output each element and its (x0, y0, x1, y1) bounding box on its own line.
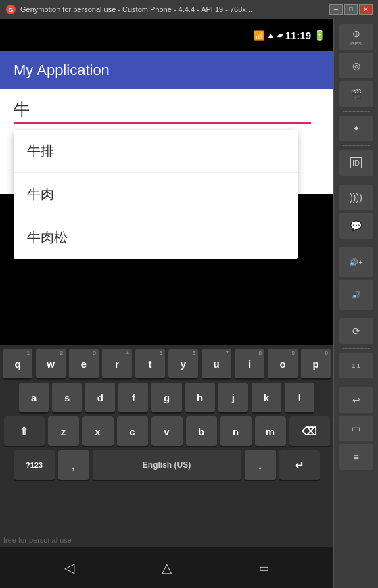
panel-divider-2 (343, 145, 370, 146)
panel-id-button[interactable]: ID (339, 150, 373, 176)
key-space[interactable]: English (US) (93, 450, 241, 480)
key-k[interactable]: k (252, 383, 281, 412)
app-bar: My Application (0, 51, 333, 89)
key-b[interactable]: b (186, 416, 217, 446)
back-nav-icon: ↩ (352, 395, 360, 406)
key-x[interactable]: x (82, 416, 114, 446)
key-period[interactable]: . (245, 450, 276, 480)
key-s[interactable]: s (52, 383, 82, 412)
message-icon: 💬 (350, 220, 362, 231)
battery-icon: ▰ (277, 31, 283, 40)
key-p[interactable]: 0p (301, 349, 331, 378)
battery-full-icon: 🔋 (314, 30, 325, 41)
main-container: 📶 ▲ ▰ 11:19 🔋 My Application 牛 牛排 牛肉 牛肉松 (0, 19, 378, 588)
nav-home-button[interactable]: △ (162, 560, 172, 576)
key-h[interactable]: h (185, 383, 215, 412)
key-r[interactable]: 4r (102, 349, 132, 378)
nav-back-button[interactable]: ◁ (64, 560, 74, 576)
panel-camera-button[interactable]: ◎ (339, 53, 373, 78)
panel-gps-button[interactable]: ⊕ GPS (339, 24, 373, 50)
key-backspace[interactable]: ⌫ (289, 416, 330, 446)
dropdown-item-0[interactable]: 牛排 (14, 130, 298, 173)
search-input-value[interactable]: 牛 (14, 100, 311, 124)
key-g[interactable]: g (151, 383, 181, 412)
autocomplete-dropdown: 牛排 牛肉 牛肉松 (14, 130, 298, 259)
close-button[interactable]: ✕ (359, 4, 373, 15)
panel-menu-button[interactable]: ≡ (339, 444, 373, 470)
right-panel: ⊕ GPS ◎ 🎬 ✦ ID )))) 💬 🔊+ 🔊 (333, 19, 378, 588)
vol-down-icon: 🔊 (352, 291, 361, 299)
key-j[interactable]: j (218, 383, 248, 412)
key-y[interactable]: 6y (168, 349, 198, 378)
key-v[interactable]: v (151, 416, 183, 446)
app-title: My Application (14, 62, 110, 79)
key-p-num: 0 (325, 350, 328, 356)
wifi-icon: 📶 (254, 30, 264, 41)
panel-divider-5 (343, 314, 370, 314)
key-y-num: 6 (193, 350, 195, 356)
key-d[interactable]: d (85, 383, 115, 412)
title-bar: G Genymotion for personal use - Custom P… (0, 0, 378, 19)
panel-divider-3 (343, 180, 370, 180)
panel-vol-up-button[interactable]: 🔊+ (339, 247, 373, 277)
phone-screen: 📶 ▲ ▰ 11:19 🔋 My Application 牛 牛排 牛肉 牛肉松 (0, 19, 333, 588)
key-m[interactable]: m (255, 416, 286, 446)
panel-move-button[interactable]: ✦ (339, 116, 373, 141)
watermark-text: free for personal use (3, 536, 72, 544)
menu-icon: ≡ (353, 451, 358, 462)
key-l[interactable]: l (285, 383, 314, 412)
minimize-button[interactable]: ─ (329, 4, 343, 15)
panel-network-button[interactable]: )))) (339, 185, 373, 210)
nav-recent-button[interactable]: ▭ (259, 562, 269, 574)
panel-divider-7 (343, 383, 370, 383)
status-icons: 📶 ▲ ▰ 11:19 🔋 (254, 30, 325, 41)
key-w[interactable]: 2w (36, 349, 66, 378)
window-controls: ─ □ ✕ (329, 4, 373, 15)
move-icon: ✦ (352, 123, 360, 134)
status-time: 11:19 (285, 30, 311, 41)
key-comma[interactable]: , (58, 450, 89, 480)
panel-vol-down-button[interactable]: 🔊 (339, 280, 373, 310)
nav-bar: ◁ △ ▭ (0, 547, 333, 588)
key-q[interactable]: 1q (3, 349, 32, 378)
video-icon: 🎬 (350, 89, 362, 99)
key-e-num: 3 (93, 350, 96, 356)
panel-scale-button[interactable]: 1:1 (339, 353, 373, 378)
panel-window-button[interactable]: ▭ (339, 416, 373, 441)
key-r-num: 4 (126, 350, 129, 356)
status-bar: 📶 ▲ ▰ 11:19 🔋 (0, 19, 333, 51)
key-a[interactable]: a (19, 383, 49, 412)
key-o[interactable]: 9o (268, 349, 298, 378)
keyboard-row-1: 1q 2w 3e 4r 5t 6y 7u 8i 9o 0p (3, 349, 331, 378)
panel-back-button[interactable]: ↩ (339, 387, 373, 413)
key-e[interactable]: 3e (69, 349, 99, 378)
dropdown-item-2[interactable]: 牛肉松 (14, 216, 298, 259)
key-o-num: 9 (292, 350, 295, 356)
key-enter[interactable]: ↵ (279, 450, 320, 480)
content-area: 牛 牛排 牛肉 牛肉松 (0, 89, 333, 194)
key-t[interactable]: 5t (135, 349, 165, 378)
keyboard-row-2: a s d f g h j k l (3, 383, 331, 412)
key-i[interactable]: 8i (235, 349, 264, 378)
panel-msg-button[interactable]: 💬 (339, 213, 373, 239)
key-q-num: 1 (27, 350, 30, 356)
panel-rotate-button[interactable]: ⟳ (339, 318, 373, 344)
key-u[interactable]: 7u (202, 349, 231, 378)
rotate-icon: ⟳ (352, 326, 360, 337)
key-shift[interactable]: ⇧ (4, 416, 45, 446)
signal-icon: ▲ (267, 31, 275, 39)
panel-video-button[interactable]: 🎬 (339, 81, 373, 107)
dropdown-item-1[interactable]: 牛肉 (14, 173, 298, 216)
keyboard-row-4: ?123 , English (US) . ↵ (3, 450, 331, 480)
key-n[interactable]: n (220, 416, 252, 446)
keyboard-row-3: ⇧ z x c v b n m ⌫ (3, 416, 331, 446)
search-field[interactable]: 牛 (14, 100, 311, 124)
maximize-button[interactable]: □ (344, 4, 358, 15)
key-z[interactable]: z (48, 416, 79, 446)
panel-divider-1 (343, 111, 370, 112)
key-c[interactable]: c (117, 416, 148, 446)
camera-icon: ◎ (352, 60, 360, 71)
key-u-num: 7 (226, 350, 229, 356)
key-symbols[interactable]: ?123 (14, 450, 55, 480)
key-f[interactable]: f (118, 383, 148, 412)
